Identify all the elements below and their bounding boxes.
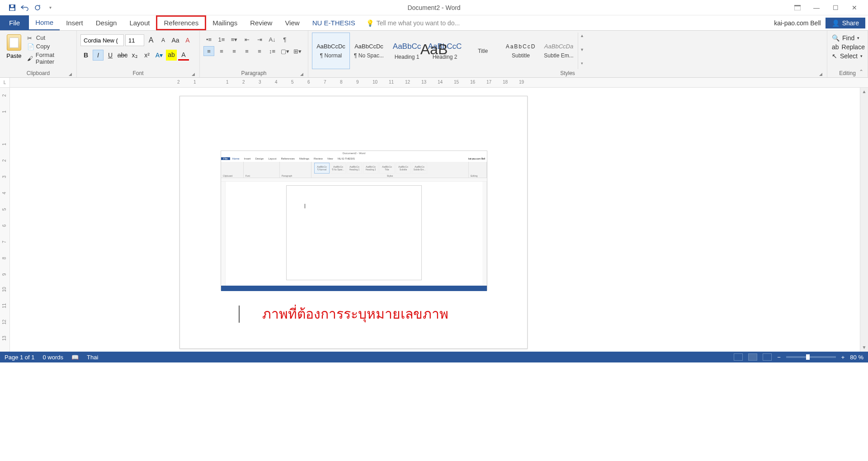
change-case-button[interactable]: Aa: [170, 35, 181, 46]
text-effects-button[interactable]: A▾: [154, 50, 165, 61]
status-page[interactable]: Page 1 of 1: [5, 354, 35, 361]
bullets-button[interactable]: •≡: [203, 34, 214, 44]
strikethrough-button[interactable]: abc: [117, 50, 128, 61]
copy-icon: 📄: [27, 43, 33, 50]
tab-view[interactable]: View: [278, 15, 306, 30]
horizontal-ruler[interactable]: 2112345678910111213141516171819: [10, 78, 868, 87]
tab-references[interactable]: References: [156, 15, 206, 30]
spellcheck-icon[interactable]: 📖: [71, 354, 79, 361]
subscript-button[interactable]: x₂: [129, 50, 140, 61]
save-icon[interactable]: [8, 4, 16, 12]
paragraph-launcher-icon[interactable]: ◢: [300, 72, 303, 76]
tab-file[interactable]: File: [0, 15, 29, 30]
vertical-ruler[interactable]: 2112345678910111213: [0, 88, 10, 352]
style---no-spac---[interactable]: AaBbCcDc¶ No Spac...: [350, 33, 388, 69]
font-color-button[interactable]: A: [178, 50, 189, 61]
read-mode-icon[interactable]: [734, 353, 743, 361]
minimize-icon[interactable]: —: [811, 2, 822, 13]
document-canvas[interactable]: Document2 - Word FileHomeInsertDesignLay…: [10, 88, 860, 352]
clipboard-label: Clipboard: [27, 70, 50, 76]
justify-button[interactable]: ≡: [241, 46, 252, 56]
bold-button[interactable]: B: [80, 50, 91, 61]
shading-button[interactable]: ▢▾: [279, 46, 290, 56]
align-left-button[interactable]: ≡: [203, 46, 214, 56]
style---normal[interactable]: AaBbCcDc¶ Normal: [312, 33, 350, 69]
document-area: 2112345678910111213 Document2 - Word Fil…: [0, 88, 868, 352]
distributed-button[interactable]: ≡: [254, 46, 265, 56]
sort-button[interactable]: A↓: [267, 34, 278, 44]
status-words[interactable]: 0 words: [43, 354, 64, 361]
scissors-icon: ✂: [27, 35, 33, 41]
ribbon-display-icon[interactable]: [792, 2, 803, 13]
qat-customize-icon[interactable]: ▾: [46, 4, 54, 12]
select-button[interactable]: ↖Select▾: [832, 52, 865, 60]
shrink-font-button[interactable]: A: [158, 35, 169, 46]
tab-layout[interactable]: Layout: [123, 15, 156, 30]
multilevel-list-button[interactable]: ≡▾: [229, 34, 240, 44]
tab-home[interactable]: Home: [29, 15, 60, 30]
show-marks-button[interactable]: ¶: [279, 34, 290, 44]
close-icon[interactable]: ✕: [849, 2, 860, 13]
scroll-down-icon[interactable]: ▼: [860, 343, 868, 352]
highlight-button[interactable]: ab: [166, 50, 177, 61]
align-center-button[interactable]: ≡: [216, 46, 227, 56]
scroll-up-icon[interactable]: ▲: [860, 88, 868, 96]
grow-font-button[interactable]: A: [146, 35, 156, 46]
align-right-button[interactable]: ≡: [229, 46, 240, 56]
share-button[interactable]: 👤 Share: [826, 18, 865, 28]
font-launcher-icon[interactable]: ◢: [192, 72, 195, 76]
paste-button[interactable]: Paste: [4, 33, 24, 59]
font-size-combo[interactable]: 11: [125, 34, 144, 46]
web-layout-icon[interactable]: [763, 353, 772, 361]
print-layout-icon[interactable]: [748, 353, 757, 361]
font-name-combo[interactable]: Cordia New (: [80, 34, 124, 46]
zoom-out-icon[interactable]: −: [777, 354, 781, 361]
format-painter-button[interactable]: 🖌Format Painter: [27, 52, 71, 65]
paste-icon: [7, 34, 21, 51]
italic-button[interactable]: I: [93, 50, 104, 61]
tell-me-search[interactable]: 💡 Tell me what you want to do...: [362, 15, 460, 30]
replace-button[interactable]: abReplace: [832, 43, 865, 51]
undo-icon[interactable]: [21, 4, 29, 12]
tab-review[interactable]: Review: [244, 15, 278, 30]
group-paragraph: •≡ 1≡ ≡▾ ⇤ ⇥ A↓ ¶ ≡ ≡ ≡ ≡ ≡ ↕≡ ▢▾ ⊞▾ Par…: [200, 31, 308, 77]
zoom-in-icon[interactable]: +: [841, 354, 845, 361]
underline-button[interactable]: U: [105, 50, 116, 61]
style-subtle-em---[interactable]: AaBbCcDaSubtle Em...: [540, 33, 578, 69]
clipboard-launcher-icon[interactable]: ◢: [69, 72, 72, 76]
zoom-slider[interactable]: [786, 356, 836, 358]
group-clipboard: Paste ✂Cut 📄Copy 🖌Format Painter Clipboa…: [0, 31, 77, 77]
style-subtitle[interactable]: AaBbCcDSubtitle: [502, 33, 540, 69]
find-button[interactable]: 🔍Find▾: [832, 34, 865, 42]
borders-button[interactable]: ⊞▾: [292, 46, 303, 56]
status-language[interactable]: Thai: [87, 354, 98, 361]
redo-icon[interactable]: [33, 4, 42, 12]
vertical-scrollbar[interactable]: ▲ ▼: [860, 88, 868, 352]
ribbon-tabs: File Home Insert Design Layout Reference…: [0, 15, 868, 31]
tab-design[interactable]: Design: [90, 15, 123, 30]
share-icon: 👤: [832, 19, 840, 27]
collapse-ribbon-icon[interactable]: ⌃: [859, 69, 863, 75]
tab-mailings[interactable]: Mailings: [206, 15, 244, 30]
styles-scroll[interactable]: ▲▼▾: [578, 33, 586, 69]
embedded-screenshot: Document2 - Word FileHomeInsertDesignLay…: [221, 151, 487, 291]
maximize-icon[interactable]: ☐: [830, 2, 841, 13]
cut-button[interactable]: ✂Cut: [27, 34, 71, 41]
zoom-level[interactable]: 80 %: [850, 354, 863, 361]
account-name[interactable]: kai-pao.com Bell: [774, 19, 821, 27]
text-cursor: [239, 306, 240, 323]
replace-icon: ab: [832, 43, 839, 51]
increase-indent-button[interactable]: ⇥: [254, 34, 265, 44]
line-spacing-button[interactable]: ↕≡: [267, 46, 278, 56]
decrease-indent-button[interactable]: ⇤: [241, 34, 252, 44]
style-title[interactable]: AaBTitle: [464, 33, 502, 69]
superscript-button[interactable]: x²: [142, 50, 152, 61]
tab-nu-ethesis[interactable]: NU E-THESIS: [306, 15, 362, 30]
tab-selector[interactable]: L: [0, 78, 10, 87]
tab-insert[interactable]: Insert: [60, 15, 90, 30]
clear-formatting-button[interactable]: A: [182, 35, 193, 46]
styles-launcher-icon[interactable]: ◢: [819, 72, 822, 76]
svg-rect-1: [10, 8, 14, 10]
copy-button[interactable]: 📄Copy: [27, 43, 71, 50]
numbering-button[interactable]: 1≡: [216, 34, 227, 44]
